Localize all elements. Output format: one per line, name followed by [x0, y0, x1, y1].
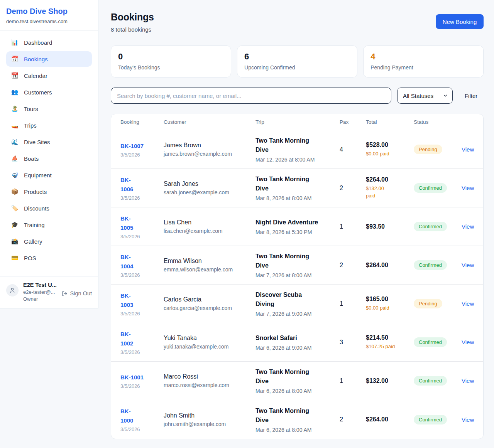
booking-date: 3/5/2026 [120, 311, 164, 317]
brand: Demo Dive Shop demo.test.divestreams.com [0, 0, 98, 31]
new-booking-button[interactable]: New Booking [436, 14, 484, 29]
filter-button[interactable]: Filter [458, 93, 484, 99]
sidebar-item-label: Discounts [24, 205, 49, 212]
sidebar-item-training[interactable]: 🎓Training [6, 217, 92, 232]
sidebar-item-bookings[interactable]: 📅Bookings [6, 51, 92, 67]
sidebar-item-label: Calendar [24, 72, 47, 79]
total-amount: $264.00 [366, 176, 414, 183]
table-row: BK-10003/5/2026John Smithjohn.smith@exam… [111, 400, 483, 439]
sidebar-item-tours[interactable]: 🏝️Tours [6, 101, 92, 116]
customer-cell: Yuki Tanakayuki.tanaka@example.com [164, 335, 255, 350]
total-amount: $214.50 [366, 334, 414, 341]
status-badge: Confirmed [414, 222, 447, 231]
sidebar-item-label: Products [24, 189, 47, 195]
trip-date: Mar 6, 2026 at 8:00 AM [255, 427, 340, 433]
total-cell: $264.00$132.00 paid [366, 176, 414, 200]
booking-id-link[interactable]: BK-1003 [120, 291, 138, 310]
trip-name: Night Dive Adventure [255, 218, 340, 227]
search-input[interactable] [111, 88, 391, 104]
sidebar-item-gallery[interactable]: 📸Gallery [6, 234, 92, 249]
trip-date: Mar 8, 2026 at 5:30 PM [255, 229, 340, 235]
sidebar-item-pos[interactable]: 💳POS [6, 250, 92, 266]
sidebar-item-customers[interactable]: 👥Customers [6, 84, 92, 100]
customer-email: marco.rossi@example.com [164, 382, 255, 388]
stat-label: Upcoming Confirmed [244, 64, 350, 71]
column-header-customer: Customer [164, 119, 255, 125]
sidebar-item-label: Customers [24, 89, 52, 96]
booking-cell: BK-10013/5/2026 [120, 373, 164, 389]
total-cell: $264.00 [366, 416, 414, 423]
pax-cell: 2 [340, 416, 366, 423]
booking-id-link[interactable]: BK-1006 [120, 175, 138, 194]
sidebar-item-equipment[interactable]: 🤿Equipment [6, 167, 92, 183]
user-email: e2e-tester@... [23, 289, 57, 295]
booking-date: 3/5/2026 [120, 234, 164, 239]
booking-id-link[interactable]: BK-1005 [120, 214, 138, 232]
booking-cell: BK-10003/5/2026 [120, 407, 164, 432]
sidebar-item-trips[interactable]: 🚤Trips [6, 118, 92, 133]
brand-name[interactable]: Demo Dive Shop [6, 7, 92, 16]
sidebar-item-dive-sites[interactable]: 🌊Dive Sites [6, 134, 92, 150]
view-link[interactable]: View [462, 300, 474, 307]
customer-email: yuki.tanaka@example.com [164, 344, 255, 350]
trip-date: Mar 7, 2026 at 8:00 AM [255, 272, 340, 278]
column-header-trip: Trip [255, 119, 340, 125]
stat-label: Today's Bookings [118, 64, 224, 71]
sidebar-item-label: Gallery [24, 238, 42, 245]
status-filter-select[interactable]: All Statuses [397, 88, 453, 104]
label-icon: 🏷️ [11, 205, 19, 212]
booking-id-link[interactable]: BK-1002 [120, 330, 138, 348]
tear-off-calendar-icon: 📆 [11, 72, 19, 79]
bookings-table: BookingCustomerTripPaxTotalStatus BK-100… [111, 114, 484, 439]
view-link[interactable]: View [462, 416, 474, 423]
view-link[interactable]: View [462, 262, 474, 268]
total-amount: $93.50 [366, 223, 414, 230]
sidebar-item-discounts[interactable]: 🏷️Discounts [6, 200, 92, 216]
customer-cell: Emma Wilsonemma.wilson@example.com [164, 258, 255, 273]
trip-date: Mar 6, 2026 at 9:00 AM [255, 345, 340, 351]
status-badge: Confirmed [414, 183, 447, 193]
sidebar-item-boats[interactable]: ⛵Boats [6, 151, 92, 166]
status-badge: Confirmed [414, 376, 447, 386]
view-link[interactable]: View [462, 339, 474, 345]
customer-email: john.smith@example.com [164, 421, 255, 427]
booking-id-link[interactable]: BK-1007 [120, 141, 144, 151]
page-header: Bookings 8 total bookings New Booking [111, 12, 484, 33]
sidebar-item-products[interactable]: 📦Products [6, 184, 92, 199]
sidebar-item-dashboard[interactable]: 📊Dashboard [6, 35, 92, 50]
customer-name: Yuki Tanaka [164, 335, 255, 342]
view-link[interactable]: View [462, 377, 474, 384]
view-link[interactable]: View [462, 185, 474, 191]
sidebar-item-calendar[interactable]: 📆Calendar [6, 68, 92, 83]
sidebar-item-label: Dive Sites [24, 139, 50, 145]
main-content: Bookings 8 total bookings New Booking 0T… [98, 0, 494, 439]
booking-cell: BK-10033/5/2026 [120, 291, 164, 317]
sign-out-button[interactable]: Sign Out [62, 290, 92, 296]
credit-card-icon: 💳 [11, 254, 19, 261]
booking-id-link[interactable]: BK-1001 [120, 373, 144, 382]
sidebar-item-label: Dashboard [24, 39, 52, 46]
customer-cell: Sarah Jonessarah.jones@example.com [164, 180, 255, 195]
view-link[interactable]: View [462, 223, 474, 230]
trip-cell: Two Tank Morning DiveMar 6, 2026 at 8:00… [255, 367, 340, 394]
paid-amount: $0.00 paid [366, 150, 414, 158]
status-cell: Confirmed [414, 222, 462, 231]
trip-date: Mar 6, 2026 at 8:00 AM [255, 388, 340, 394]
table-header-row: BookingCustomerTripPaxTotalStatus [111, 114, 483, 130]
booking-id-link[interactable]: BK-1004 [120, 253, 138, 271]
column-header-total: Total [366, 119, 414, 125]
stat-card-pending-payment: 4Pending Payment [363, 45, 484, 77]
trip-cell: Night Dive AdventureMar 8, 2026 at 5:30 … [255, 218, 340, 235]
total-amount: $264.00 [366, 262, 414, 269]
sidebar-nav: 📊Dashboard📅Bookings📆Calendar👥Customers🏝️… [0, 31, 98, 276]
view-link[interactable]: View [462, 146, 474, 153]
booking-cell: BK-10073/5/2026 [120, 141, 164, 158]
booking-date: 3/5/2026 [120, 383, 164, 389]
user-box: E2E Test U... e2e-tester@... Owner Sign … [0, 276, 98, 308]
app: Demo Dive Shop demo.test.divestreams.com… [0, 0, 494, 448]
pax-cell: 1 [340, 377, 366, 384]
status-badge: Confirmed [414, 415, 447, 424]
stat-label: Pending Payment [370, 64, 476, 71]
calendar-icon: 📅 [11, 56, 19, 62]
booking-id-link[interactable]: BK-1000 [120, 407, 138, 425]
